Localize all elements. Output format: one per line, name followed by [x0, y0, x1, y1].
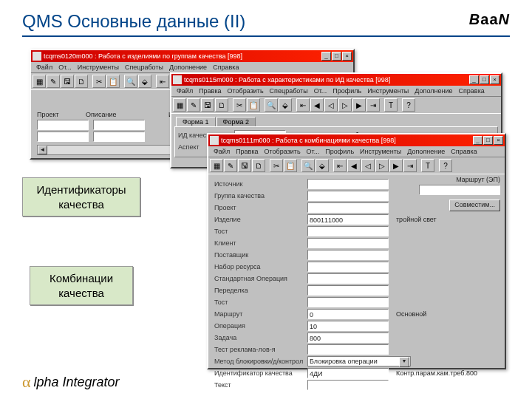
maximize-button[interactable]: □: [332, 52, 341, 61]
menu-item[interactable]: От...: [312, 87, 330, 95]
field-input[interactable]: 10: [307, 321, 389, 331]
toolbar-button[interactable]: 🔍: [124, 75, 137, 88]
cell-project[interactable]: [37, 120, 89, 130]
field-input[interactable]: [307, 238, 389, 248]
toolbar-button[interactable]: ◁: [361, 159, 375, 172]
menu-item[interactable]: Инструменты: [358, 148, 403, 155]
menu-item[interactable]: Файл: [174, 87, 195, 95]
toolbar-button[interactable]: ▶: [352, 98, 366, 112]
toolbar-button[interactable]: ▷: [338, 98, 352, 112]
field-input[interactable]: [307, 297, 389, 307]
menu-item[interactable]: Отобразить: [262, 148, 303, 155]
close-button[interactable]: ×: [342, 52, 352, 61]
toolbar-button[interactable]: 🔍: [265, 98, 278, 112]
toolbar-button[interactable]: ⇥: [403, 159, 417, 172]
toolbar-button[interactable]: ▷: [375, 159, 389, 172]
toolbar-button[interactable]: ✂: [233, 98, 246, 112]
toolbar-button[interactable]: ◀: [347, 159, 361, 172]
toolbar-button[interactable]: 📋: [106, 75, 120, 88]
menu-item[interactable]: Отобразить: [225, 87, 266, 95]
toolbar-button[interactable]: 🗋: [252, 159, 265, 172]
toolbar-button[interactable]: 🗋: [75, 75, 88, 88]
maximize-button[interactable]: □: [483, 136, 493, 145]
menu-item[interactable]: Дополнение: [167, 64, 209, 71]
toolbar-button[interactable]: 📋: [247, 98, 260, 112]
toolbar-button[interactable]: ▦: [210, 159, 223, 172]
field-input[interactable]: 4ДИ: [307, 368, 389, 378]
toolbar-button[interactable]: ⬙: [279, 98, 292, 112]
minimize-button[interactable]: _: [469, 75, 479, 84]
menu-item[interactable]: Профиль: [323, 148, 356, 155]
toolbar-button[interactable]: 🖫: [201, 98, 214, 112]
menu-item[interactable]: Спецработы: [267, 87, 310, 95]
compatible-button[interactable]: Совместим...: [449, 200, 500, 211]
titlebar[interactable]: tcqms0115m000 : Работа с характеристикам…: [171, 74, 501, 86]
close-button[interactable]: ×: [490, 75, 499, 84]
dropdown[interactable]: Блокировка операции: [307, 356, 411, 366]
field-input[interactable]: [307, 344, 389, 355]
menu-item[interactable]: Дополнение: [412, 87, 454, 95]
toolbar-button[interactable]: ?: [439, 159, 452, 172]
menu-item[interactable]: От...: [56, 64, 74, 71]
toolbar-button[interactable]: 🖫: [61, 75, 74, 88]
cell-desc[interactable]: [93, 120, 145, 130]
tab-form2[interactable]: Форма 2: [216, 117, 256, 126]
maximize-button[interactable]: □: [480, 75, 489, 84]
field-input[interactable]: [307, 202, 389, 213]
toolbar-button[interactable]: ✎: [47, 75, 60, 88]
cell-desc[interactable]: [93, 132, 145, 142]
minimize-button[interactable]: _: [321, 52, 331, 61]
field-input[interactable]: [307, 285, 389, 296]
menu-item[interactable]: Дополнение: [405, 148, 447, 155]
menu-item[interactable]: Правка: [197, 87, 223, 95]
toolbar-button[interactable]: ✂: [92, 75, 106, 88]
field-input[interactable]: 800: [307, 332, 389, 343]
field-input[interactable]: [307, 262, 389, 272]
menu-item[interactable]: Спецработы: [123, 64, 166, 71]
field-input[interactable]: [307, 380, 389, 390]
field-input[interactable]: [307, 179, 389, 189]
toolbar-button[interactable]: T: [421, 159, 434, 172]
scroll-left-icon[interactable]: ◄: [38, 146, 47, 154]
titlebar[interactable]: tcqms0111m000 : Работа с комбинациями ка…: [208, 134, 505, 146]
toolbar-button[interactable]: 📋: [284, 159, 297, 172]
menu-item[interactable]: Справка: [449, 148, 479, 155]
toolbar-button[interactable]: ◀: [310, 98, 324, 112]
toolbar-button[interactable]: ✂: [270, 159, 283, 172]
field-input[interactable]: 0: [307, 309, 389, 319]
tab-form1[interactable]: Форма 1: [176, 117, 216, 126]
toolbar-button[interactable]: ⇥: [366, 98, 380, 112]
toolbar-button[interactable]: 🖫: [238, 159, 251, 172]
menu-item[interactable]: Инструменты: [365, 87, 411, 95]
toolbar-button[interactable]: ⇤: [333, 159, 347, 172]
toolbar-button[interactable]: ⬙: [138, 75, 151, 88]
menu-item[interactable]: От...: [304, 148, 322, 155]
toolbar-button[interactable]: ⇤: [156, 75, 169, 88]
minimize-button[interactable]: _: [473, 136, 482, 145]
toolbar-button[interactable]: ◁: [324, 98, 338, 112]
toolbar-button[interactable]: 🗋: [215, 98, 228, 112]
toolbar-button[interactable]: ✎: [187, 98, 200, 112]
toolbar-button[interactable]: T: [384, 98, 398, 112]
toolbar-button[interactable]: ⬙: [316, 159, 329, 172]
menu-item[interactable]: Профиль: [330, 87, 364, 95]
menu-item[interactable]: Файл: [34, 64, 55, 71]
toolbar-button[interactable]: 🔍: [301, 159, 315, 172]
field-input[interactable]: 800111000: [307, 214, 389, 225]
menu-item[interactable]: Инструменты: [75, 64, 121, 71]
field-input[interactable]: [307, 250, 389, 260]
titlebar[interactable]: tcqms0120m000 : Работа с изделиями по гр…: [31, 50, 353, 62]
toolbar-button[interactable]: ▦: [33, 75, 46, 88]
menu-item[interactable]: Справка: [211, 64, 241, 71]
field-input[interactable]: [307, 273, 389, 284]
toolbar-button[interactable]: ▦: [173, 98, 186, 112]
menu-item[interactable]: Справка: [456, 87, 486, 95]
toolbar-button[interactable]: ?: [402, 98, 415, 112]
toolbar-button[interactable]: ✎: [224, 159, 237, 172]
field-route-col[interactable]: [419, 185, 500, 195]
close-button[interactable]: ×: [494, 136, 503, 145]
field-input[interactable]: [307, 191, 389, 201]
toolbar-button[interactable]: ⇤: [296, 98, 310, 112]
menu-item[interactable]: Правка: [233, 148, 260, 155]
field-input[interactable]: [307, 226, 389, 236]
